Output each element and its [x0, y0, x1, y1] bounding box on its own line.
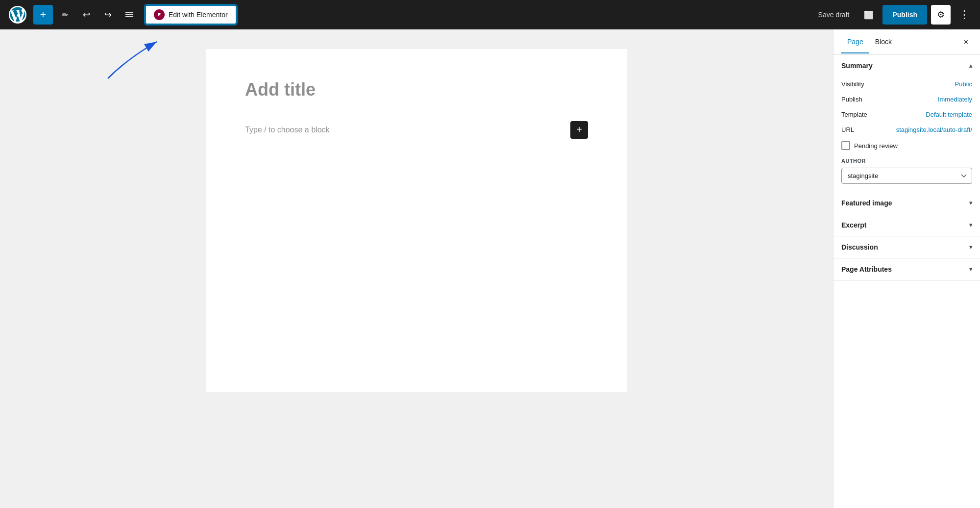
summary-chevron-up: [969, 62, 972, 69]
tab-block[interactable]: Block: [869, 31, 898, 53]
summary-content: Visibility Public Publish Immediately Te…: [833, 76, 980, 158]
publish-value[interactable]: Immediately: [938, 96, 972, 103]
excerpt-header[interactable]: Excerpt: [833, 214, 980, 236]
editor-content: Add title Type / to choose a block +: [206, 49, 627, 392]
block-placeholder-row: Type / to choose a block +: [245, 117, 588, 143]
summary-section: Summary Visibility Public Publish Immedi…: [833, 55, 980, 192]
toolbar-right: Save draft ⬜ Publish ⚙ ⋮: [812, 5, 974, 25]
page-tab-label: Page: [847, 38, 863, 46]
arrow-annotation: [98, 34, 176, 85]
template-label: Template: [841, 111, 867, 118]
sidebar-close-button[interactable]: ×: [960, 33, 972, 51]
editor-area: Add title Type / to choose a block +: [0, 29, 833, 508]
more-options-button[interactable]: ⋮: [955, 5, 974, 25]
template-value[interactable]: Default template: [926, 111, 972, 118]
featured-image-chevron: [969, 200, 972, 206]
preview-button[interactable]: ⬜: [859, 5, 879, 25]
elementor-icon: E: [154, 9, 165, 20]
settings-icon: ⚙: [937, 9, 945, 20]
save-draft-label: Save draft: [818, 11, 850, 19]
monitor-icon: ⬜: [864, 10, 874, 20]
redo-icon: ↪: [104, 9, 112, 20]
featured-image-section: Featured image: [833, 192, 980, 214]
excerpt-title: Excerpt: [841, 221, 866, 229]
summary-section-header[interactable]: Summary: [833, 55, 980, 76]
add-block-inline-button[interactable]: +: [570, 121, 588, 139]
url-row: URL stagingsite.local/auto-draft/: [841, 122, 972, 137]
excerpt-chevron: [969, 222, 972, 229]
undo-button[interactable]: ↩: [76, 5, 96, 25]
page-attributes-title: Page Attributes: [841, 265, 892, 273]
main-toolbar: ✏ ↩ ↪ E Edit with Elementor Save draft ⬜…: [0, 0, 980, 29]
undo-icon: ↩: [83, 9, 90, 20]
pending-review-label: Pending review: [854, 142, 898, 150]
save-draft-button[interactable]: Save draft: [812, 7, 856, 23]
url-label: URL: [841, 126, 854, 133]
plus-icon: [40, 8, 47, 21]
page-attributes-chevron: [969, 266, 972, 273]
list-icon: [125, 12, 133, 17]
add-block-inline-icon: +: [576, 124, 582, 135]
publish-button[interactable]: Publish: [882, 5, 927, 25]
pending-review-checkbox[interactable]: [841, 141, 850, 150]
edit-with-elementor-button[interactable]: E Edit with Elementor: [145, 5, 237, 25]
main-layout: Add title Type / to choose a block + Pag…: [0, 29, 980, 508]
edit-mode-button[interactable]: ✏: [55, 5, 74, 25]
template-row: Template Default template: [841, 107, 972, 122]
discussion-header[interactable]: Discussion: [833, 236, 980, 258]
summary-title: Summary: [841, 62, 873, 70]
wp-logo: [6, 0, 29, 29]
block-placeholder-text: Type / to choose a block: [245, 126, 330, 134]
edit-with-elementor-label: Edit with Elementor: [169, 11, 228, 19]
title-input[interactable]: Add title: [245, 78, 588, 102]
visibility-row: Visibility Public: [841, 76, 972, 92]
redo-button[interactable]: ↪: [98, 5, 118, 25]
close-icon: ×: [964, 38, 968, 46]
featured-image-title: Featured image: [841, 199, 892, 207]
featured-image-header[interactable]: Featured image: [833, 192, 980, 214]
tab-page[interactable]: Page: [841, 31, 869, 53]
page-attributes-section: Page Attributes: [833, 258, 980, 280]
publish-row: Publish Immediately: [841, 92, 972, 107]
discussion-chevron: [969, 244, 972, 251]
pending-review-row: Pending review: [841, 137, 972, 154]
settings-sidebar: Page Block × Summary Visibility Public: [833, 29, 980, 508]
page-attributes-header[interactable]: Page Attributes: [833, 258, 980, 280]
visibility-value[interactable]: Public: [955, 80, 972, 88]
document-overview-button[interactable]: [120, 5, 139, 25]
add-block-toolbar-button[interactable]: [33, 5, 53, 25]
author-section: AUTHOR stagingsite: [833, 158, 980, 192]
author-section-label: AUTHOR: [841, 158, 972, 164]
discussion-section: Discussion: [833, 236, 980, 258]
publish-label: Publish: [892, 11, 917, 19]
url-value[interactable]: stagingsite.local/auto-draft/: [896, 126, 972, 133]
discussion-title: Discussion: [841, 243, 878, 251]
pencil-icon: ✏: [62, 10, 68, 20]
settings-button[interactable]: ⚙: [931, 5, 951, 25]
publish-label-sidebar: Publish: [841, 96, 862, 103]
more-icon: ⋮: [959, 8, 970, 21]
sidebar-header: Page Block ×: [833, 29, 980, 55]
author-select[interactable]: stagingsite: [841, 168, 972, 184]
visibility-label: Visibility: [841, 80, 864, 88]
excerpt-section: Excerpt: [833, 214, 980, 236]
block-tab-label: Block: [875, 38, 892, 46]
title-placeholder: Add title: [245, 79, 316, 100]
